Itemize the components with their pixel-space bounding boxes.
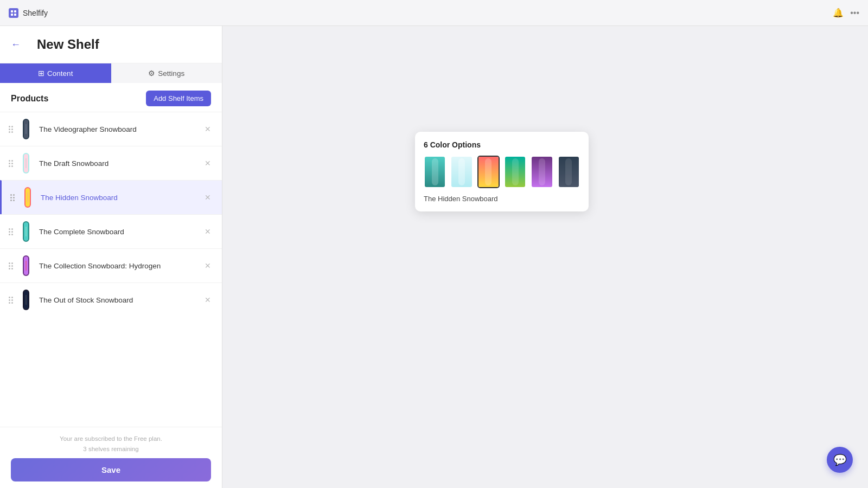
more-options-icon[interactable]: ••• <box>850 8 859 18</box>
back-arrow-icon: ← <box>11 39 21 50</box>
drag-handle[interactable] <box>9 160 13 167</box>
drag-handle[interactable] <box>10 194 15 201</box>
product-name: The Draft Snowboard <box>39 159 197 168</box>
product-thumbnail <box>18 254 34 277</box>
product-thumbnail <box>18 118 34 140</box>
tab-content[interactable]: ⊞ Content <box>0 63 111 83</box>
svg-rect-1 <box>14 10 16 12</box>
color-option[interactable] <box>424 156 446 188</box>
subscription-line2: 3 shelves remaining <box>11 444 211 454</box>
color-option[interactable] <box>504 156 526 188</box>
drag-handle[interactable] <box>9 126 13 133</box>
back-button[interactable]: ← New Shelf <box>11 37 211 52</box>
app-name: Shelfify <box>23 9 48 17</box>
product-item[interactable]: The Collection Snowboard: Hydrogen ✕ <box>0 248 222 282</box>
remove-product-button[interactable]: ✕ <box>202 192 213 202</box>
svg-rect-22 <box>432 158 438 185</box>
product-name: The Collection Snowboard: Hydrogen <box>39 262 197 270</box>
svg-rect-23 <box>458 158 465 185</box>
color-option-selected[interactable] <box>477 156 500 188</box>
remove-product-button[interactable]: ✕ <box>202 158 213 168</box>
product-thumbnail <box>20 186 35 209</box>
settings-tab-icon: ⚙ <box>148 69 155 78</box>
product-name: The Hidden Snowboard <box>41 194 197 202</box>
sidebar-header: ← New Shelf <box>0 26 222 63</box>
content-area: 6 Color Options <box>222 26 868 488</box>
products-label: Products <box>11 94 48 104</box>
top-bar-actions: 🔔 ••• <box>833 8 859 18</box>
page-title: New Shelf <box>37 37 99 52</box>
sidebar: ← New Shelf ⊞ Content ⚙ Settings Product… <box>0 26 222 488</box>
color-options-row <box>424 156 580 188</box>
app-logo <box>9 8 18 18</box>
notification-icon[interactable]: 🔔 <box>833 8 844 18</box>
chat-bubble-button[interactable]: 💬 <box>827 447 853 473</box>
save-button[interactable]: Save <box>11 458 211 481</box>
product-item[interactable]: The Draft Snowboard ✕ <box>0 146 222 180</box>
subscription-line1: Your are subscribed to the Free plan. <box>11 434 211 444</box>
settings-tab-label: Settings <box>158 69 184 78</box>
svg-rect-24 <box>485 158 492 185</box>
content-tab-label: Content <box>47 69 73 78</box>
content-tab-icon: ⊞ <box>38 69 44 78</box>
drag-handle[interactable] <box>9 228 13 235</box>
product-thumbnail <box>18 152 34 175</box>
product-item[interactable]: The Out of Stock Snowboard ✕ <box>0 282 222 317</box>
product-thumbnail <box>18 288 34 311</box>
top-bar: Shelfify 🔔 ••• <box>0 0 868 26</box>
color-options-title: 6 Color Options <box>424 140 580 149</box>
sidebar-footer: Your are subscribed to the Free plan. 3 … <box>0 427 222 488</box>
remove-product-button[interactable]: ✕ <box>202 227 213 236</box>
remove-product-button[interactable]: ✕ <box>202 124 213 134</box>
popup-product-name: The Hidden Snowboard <box>424 195 580 203</box>
product-name: The Out of Stock Snowboard <box>39 296 197 304</box>
product-item-selected[interactable]: The Hidden Snowboard ✕ <box>0 180 222 214</box>
svg-rect-3 <box>14 14 16 16</box>
drag-handle[interactable] <box>9 297 13 304</box>
tabs-container: ⊞ Content ⚙ Settings <box>0 63 222 83</box>
add-shelf-items-button[interactable]: Add Shelf Items <box>146 91 211 106</box>
chat-icon: 💬 <box>833 453 847 466</box>
drag-handle[interactable] <box>9 262 13 269</box>
svg-rect-26 <box>539 158 545 185</box>
main-layout: ← New Shelf ⊞ Content ⚙ Settings Product… <box>0 26 868 488</box>
product-name: The Complete Snowboard <box>39 228 197 236</box>
tab-settings[interactable]: ⚙ Settings <box>111 63 222 83</box>
product-thumbnail <box>18 220 34 243</box>
color-option[interactable] <box>558 156 580 188</box>
svg-rect-0 <box>11 10 13 12</box>
subscription-info: Your are subscribed to the Free plan. 3 … <box>11 434 211 454</box>
product-item[interactable]: The Videographer Snowboard ✕ <box>0 112 222 146</box>
color-option[interactable] <box>450 156 473 188</box>
svg-rect-2 <box>11 14 13 16</box>
product-item[interactable]: The Complete Snowboard ✕ <box>0 214 222 248</box>
color-options-popup: 6 Color Options <box>415 132 589 211</box>
product-name: The Videographer Snowboard <box>39 125 197 133</box>
svg-rect-25 <box>512 158 519 185</box>
color-option[interactable] <box>531 156 553 188</box>
products-section: Products Add Shelf Items The Vid <box>0 83 222 427</box>
remove-product-button[interactable]: ✕ <box>202 295 213 305</box>
remove-product-button[interactable]: ✕ <box>202 261 213 271</box>
app-branding: Shelfify <box>9 8 48 18</box>
svg-rect-27 <box>565 158 572 185</box>
products-header: Products Add Shelf Items <box>0 83 222 112</box>
